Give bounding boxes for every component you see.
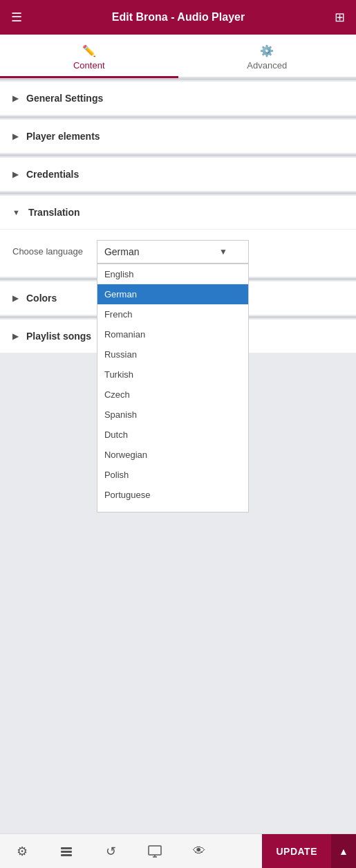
dropdown-item-spanish[interactable]: Spanish (97, 405, 248, 425)
svg-rect-1 (61, 851, 72, 853)
monitor-toolbar-icon[interactable] (133, 834, 177, 869)
player-elements-header[interactable]: ▶ Player elements (0, 120, 356, 153)
bottom-toolbar: ⚙ ↺ 👁 UPDATE ▲ (0, 833, 356, 868)
divider (0, 116, 356, 118)
update-button[interactable]: UPDATE (262, 834, 331, 869)
dropdown-item-russian[interactable]: Russian (97, 344, 248, 364)
playlist-songs-arrow: ▶ (12, 332, 18, 341)
player-elements-arrow: ▶ (12, 132, 18, 141)
divider (0, 192, 356, 194)
dropdown-item-norwegian[interactable]: Norwegian (97, 445, 248, 465)
grid-menu-icon[interactable]: ⊞ (335, 10, 345, 25)
gear-icon: ⚙️ (260, 44, 274, 57)
app-title: Edit Brona - Audio Player (112, 11, 245, 24)
divider (0, 154, 356, 156)
language-row: Choose language German ▼ EnglishGermanFr… (12, 239, 344, 264)
tab-content[interactable]: ✏️ Content (0, 36, 178, 78)
colors-arrow: ▶ (12, 294, 18, 303)
language-dropdown-trigger[interactable]: German ▼ (97, 240, 249, 264)
translation-label: Translation (28, 207, 80, 218)
toolbar-icon-group: ⚙ ↺ 👁 (0, 834, 221, 869)
tab-advanced[interactable]: ⚙️ Advanced (178, 36, 357, 78)
tab-bar: ✏️ Content ⚙️ Advanced (0, 35, 356, 78)
general-settings-label: General Settings (26, 93, 103, 104)
divider (0, 78, 356, 80)
credentials-header[interactable]: ▶ Credentials (0, 158, 356, 191)
dropdown-item-german[interactable]: German (97, 284, 248, 304)
dropdown-item-czech[interactable]: Czech (97, 385, 248, 405)
dropdown-item-turkish[interactable]: Turkish (97, 364, 248, 385)
player-elements-section: ▶ Player elements (0, 120, 356, 153)
update-button-group: UPDATE ▲ (262, 834, 356, 869)
translation-header[interactable]: ▼ Translation (0, 196, 356, 229)
translation-section: ▼ Translation Choose language German ▼ E… (0, 196, 356, 277)
update-arrow-button[interactable]: ▲ (331, 834, 356, 869)
eye-toolbar-icon[interactable]: 👁 (177, 834, 221, 869)
hamburger-menu-icon[interactable]: ☰ (11, 10, 22, 25)
tab-advanced-label: Advanced (247, 60, 287, 71)
layers-toolbar-icon[interactable] (44, 834, 88, 869)
tab-content-label: Content (73, 60, 105, 71)
svg-rect-2 (61, 854, 72, 856)
general-settings-section: ▶ General Settings (0, 82, 356, 115)
general-settings-header[interactable]: ▶ General Settings (0, 82, 356, 115)
svg-rect-3 (149, 846, 161, 855)
translation-arrow: ▼ (12, 208, 20, 216)
dropdown-item-swedish[interactable]: Swedish (97, 505, 248, 513)
colors-label: Colors (26, 293, 57, 304)
credentials-label: Credentials (26, 169, 79, 180)
main-content: ▶ General Settings ▶ Player elements ▶ C… (0, 78, 356, 631)
language-dropdown[interactable]: German ▼ EnglishGermanFrenchRomanianRuss… (97, 240, 249, 264)
language-selected-value: German (104, 246, 140, 257)
dropdown-item-romanian[interactable]: Romanian (97, 324, 248, 344)
player-elements-label: Player elements (26, 131, 100, 142)
settings-toolbar-icon[interactable]: ⚙ (0, 834, 44, 869)
translation-body: Choose language German ▼ EnglishGermanFr… (0, 229, 356, 277)
history-toolbar-icon[interactable]: ↺ (88, 834, 133, 869)
dropdown-item-french[interactable]: French (97, 304, 248, 324)
chevron-down-icon: ▼ (219, 247, 227, 257)
dropdown-item-english[interactable]: English (97, 264, 248, 284)
svg-rect-0 (61, 847, 72, 849)
dropdown-item-polish[interactable]: Polish (97, 465, 248, 485)
dropdown-item-dutch[interactable]: Dutch (97, 425, 248, 445)
playlist-songs-label: Playlist songs (26, 331, 91, 342)
credentials-section: ▶ Credentials (0, 158, 356, 191)
language-dropdown-list: EnglishGermanFrenchRomanianRussianTurkis… (97, 264, 249, 513)
credentials-arrow: ▶ (12, 170, 18, 179)
edit-icon: ✏️ (82, 44, 96, 57)
choose-language-label: Choose language (12, 239, 83, 264)
dropdown-item-portuguese[interactable]: Portuguese (97, 485, 248, 505)
general-settings-arrow: ▶ (12, 94, 18, 103)
app-header: ☰ Edit Brona - Audio Player ⊞ (0, 0, 356, 35)
